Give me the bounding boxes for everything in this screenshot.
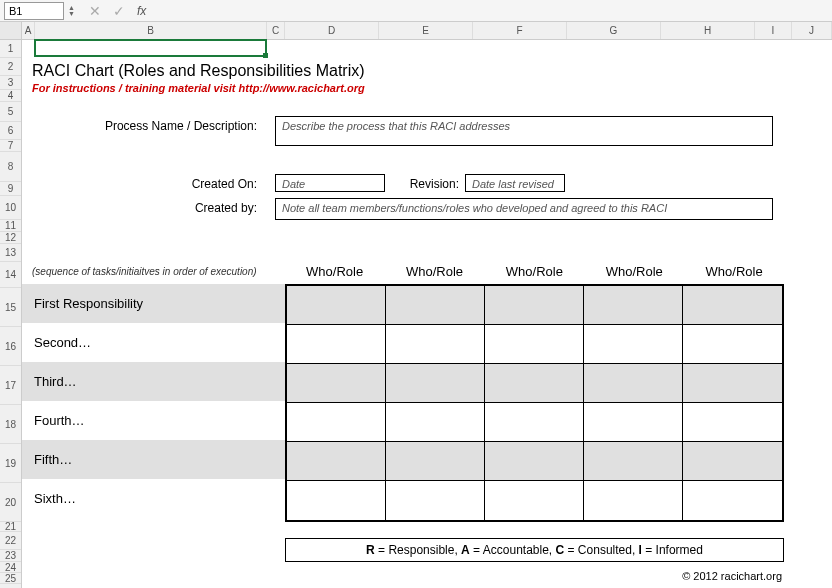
matrix-cell[interactable] — [683, 442, 782, 481]
name-box-stepper[interactable]: ▲ ▼ — [68, 5, 75, 17]
row-header[interactable]: 19 — [0, 444, 21, 483]
matrix-cell[interactable] — [584, 286, 683, 325]
row-header[interactable]: 25 — [0, 573, 21, 584]
row-header[interactable]: 18 — [0, 405, 21, 444]
matrix-cell[interactable] — [683, 403, 782, 442]
matrix-row — [287, 442, 782, 481]
revision-field[interactable]: Date last revised — [465, 174, 565, 192]
matrix-cell[interactable] — [386, 481, 485, 520]
matrix-cell[interactable] — [584, 364, 683, 403]
row-header[interactable]: 4 — [0, 90, 21, 102]
cancel-icon[interactable]: ✕ — [83, 3, 107, 19]
row-header[interactable]: 16 — [0, 327, 21, 366]
row-header[interactable]: 14 — [0, 262, 21, 288]
stepper-down-icon[interactable]: ▼ — [68, 11, 75, 17]
row-header[interactable]: 8 — [0, 152, 21, 182]
role-header-1: Who/Role — [285, 264, 385, 279]
row-header[interactable]: 24 — [0, 562, 21, 573]
row-header[interactable]: 6 — [0, 122, 21, 140]
created-on-field[interactable]: Date — [275, 174, 385, 192]
row-header[interactable]: 20 — [0, 483, 21, 522]
matrix-cell[interactable] — [485, 481, 584, 520]
column-header[interactable]: F — [473, 22, 567, 39]
column-header[interactable]: D — [285, 22, 379, 39]
row-header[interactable]: 21 — [0, 522, 21, 532]
process-name-field[interactable]: Describe the process that this RACI addr… — [275, 116, 773, 146]
row-header[interactable]: 2 — [0, 58, 21, 76]
column-header[interactable]: A — [22, 22, 35, 39]
raci-matrix — [285, 284, 784, 522]
matrix-cell[interactable] — [287, 286, 386, 325]
row-header[interactable]: 9 — [0, 182, 21, 196]
row-header[interactable]: 7 — [0, 140, 21, 152]
role-header-5: Who/Role — [684, 264, 784, 279]
raci-legend: R = Responsible, A = Accountable, C = Co… — [285, 538, 784, 562]
fx-label: fx — [137, 4, 146, 18]
select-all-corner[interactable] — [0, 22, 21, 40]
grid-area[interactable]: RACI Chart (Roles and Responsibilities M… — [22, 40, 832, 588]
matrix-cell[interactable] — [485, 325, 584, 364]
row-header[interactable]: 13 — [0, 244, 21, 262]
matrix-cell[interactable] — [584, 481, 683, 520]
matrix-cell[interactable] — [683, 286, 782, 325]
formula-input[interactable] — [152, 2, 828, 20]
matrix-cell[interactable] — [386, 364, 485, 403]
task-label[interactable]: Second… — [32, 323, 282, 362]
matrix-cell[interactable] — [287, 481, 386, 520]
matrix-cell[interactable] — [287, 325, 386, 364]
matrix-cell[interactable] — [584, 325, 683, 364]
row-header[interactable]: 3 — [0, 76, 21, 90]
row-header[interactable]: 17 — [0, 366, 21, 405]
matrix-cell[interactable] — [485, 286, 584, 325]
matrix-row — [287, 286, 782, 325]
matrix-cell[interactable] — [683, 481, 782, 520]
matrix-cell[interactable] — [386, 325, 485, 364]
sequence-note: (sequence of tasks/initiaitves in order … — [32, 266, 275, 277]
row-header[interactable]: 15 — [0, 288, 21, 327]
column-header[interactable]: E — [379, 22, 473, 39]
matrix-row — [287, 364, 782, 403]
task-labels: First Responsibility Second… Third… Four… — [32, 284, 282, 518]
revision-label: Revision: — [397, 174, 459, 191]
column-header[interactable]: J — [792, 22, 832, 39]
matrix-cell[interactable] — [485, 442, 584, 481]
matrix-cell[interactable] — [485, 364, 584, 403]
row-header[interactable]: 23 — [0, 550, 21, 562]
matrix-cell[interactable] — [386, 442, 485, 481]
row-header[interactable]: 11 — [0, 220, 21, 232]
row-header[interactable]: 5 — [0, 102, 21, 122]
matrix-row — [287, 325, 782, 364]
matrix-cell[interactable] — [287, 364, 386, 403]
role-header-3: Who/Role — [484, 264, 584, 279]
task-label[interactable]: Fourth… — [32, 401, 282, 440]
matrix-cell[interactable] — [287, 442, 386, 481]
copyright: © 2012 racichart.org — [682, 570, 782, 582]
column-header[interactable]: G — [567, 22, 661, 39]
matrix-row — [287, 403, 782, 442]
task-label[interactable]: Fifth… — [32, 440, 282, 479]
task-label[interactable]: First Responsibility — [32, 284, 282, 323]
matrix-cell[interactable] — [683, 325, 782, 364]
column-header[interactable]: H — [661, 22, 755, 39]
matrix-cell[interactable] — [287, 403, 386, 442]
task-label[interactable]: Third… — [32, 362, 282, 401]
matrix-cell[interactable] — [584, 442, 683, 481]
matrix-cell[interactable] — [683, 364, 782, 403]
task-label[interactable]: Sixth… — [32, 479, 282, 518]
confirm-icon[interactable]: ✓ — [107, 3, 131, 19]
row-header[interactable]: 1 — [0, 40, 21, 58]
row-header[interactable]: 12 — [0, 232, 21, 244]
created-by-field[interactable]: Note all team members/functions/roles wh… — [275, 198, 773, 220]
row-header[interactable]: 22 — [0, 532, 21, 550]
subtitle-link[interactable]: For instructions / training material vis… — [32, 82, 365, 94]
matrix-cell[interactable] — [386, 286, 485, 325]
name-box[interactable] — [4, 2, 64, 20]
row-header[interactable]: 10 — [0, 196, 21, 220]
column-headers: ABCDEFGHIJ — [22, 22, 832, 40]
matrix-cell[interactable] — [485, 403, 584, 442]
column-header[interactable]: I — [755, 22, 792, 39]
matrix-cell[interactable] — [584, 403, 683, 442]
column-header[interactable]: B — [35, 22, 267, 39]
matrix-cell[interactable] — [386, 403, 485, 442]
column-header[interactable]: C — [267, 22, 285, 39]
